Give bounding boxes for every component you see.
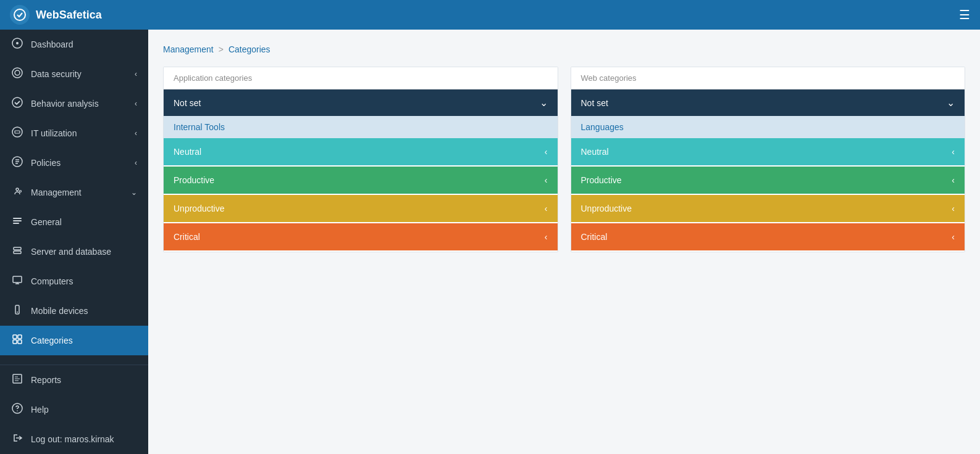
- web-dropdown-arrow-icon: ⌄: [947, 97, 955, 109]
- category-chevron-productive: ‹: [952, 175, 955, 185]
- sidebar-label-behavior-analysis: Behavior analysis: [31, 99, 99, 109]
- server-and-database-icon: [11, 245, 23, 258]
- category-row-productive[interactable]: Productive ‹: [164, 167, 558, 194]
- sidebar-item-mobile-devices[interactable]: Mobile devices: [0, 296, 148, 326]
- breadcrumb-current: Categories: [228, 44, 270, 54]
- sidebar-item-policies[interactable]: Policies ‹: [0, 148, 148, 178]
- svg-point-4: [15, 70, 20, 75]
- svg-point-25: [17, 410, 18, 411]
- reports-icon: [11, 373, 23, 387]
- svg-point-18: [17, 312, 18, 313]
- svg-rect-16: [13, 276, 22, 283]
- sidebar-item-data-security[interactable]: Data security ‹: [0, 59, 148, 89]
- sidebar-arrow-behavior-analysis: ‹: [135, 99, 137, 108]
- sidebar-item-server-and-database[interactable]: Server and database: [0, 237, 148, 266]
- app-categories-header: Application categories: [164, 67, 558, 89]
- svg-rect-11: [13, 218, 22, 219]
- category-row-unproductive[interactable]: Unproductive ‹: [164, 195, 558, 222]
- category-row-neutral[interactable]: Neutral ‹: [571, 138, 965, 165]
- sidebar-label-server-and-database: Server and database: [31, 247, 111, 257]
- svg-rect-22: [18, 340, 22, 344]
- app-dropdown-arrow-icon: ⌄: [540, 97, 548, 109]
- svg-rect-15: [14, 251, 21, 254]
- categories-icon: [11, 334, 23, 347]
- categories-wrapper: Application categories Not set ⌄ Interna…: [163, 67, 965, 252]
- sidebar-item-dashboard[interactable]: Dashboard: [0, 30, 148, 59]
- app-selected-item[interactable]: Internal Tools: [164, 116, 558, 138]
- sidebar-item-reports[interactable]: Reports: [0, 365, 148, 395]
- web-dropdown-label: Not set: [581, 98, 608, 108]
- category-label-productive: Productive: [581, 175, 622, 185]
- sidebar-arrow-policies: ‹: [135, 159, 137, 167]
- category-chevron-critical: ‹: [952, 232, 955, 242]
- category-row-unproductive[interactable]: Unproductive ‹: [571, 195, 965, 222]
- svg-rect-12: [13, 220, 22, 221]
- category-chevron-productive: ‹: [545, 175, 548, 185]
- svg-rect-21: [13, 340, 17, 344]
- help-icon: [11, 403, 23, 416]
- sidebar: Dashboard Data security ‹ Behavior analy…: [0, 30, 148, 454]
- sidebar-label-reports: Reports: [31, 375, 61, 385]
- svg-rect-7: [15, 131, 20, 133]
- category-label-neutral: Neutral: [581, 147, 609, 157]
- main-content: Management > Categories Application cate…: [148, 30, 980, 454]
- sidebar-label-computers: Computers: [31, 276, 73, 286]
- sidebar-label-mobile-devices: Mobile devices: [31, 306, 88, 316]
- category-chevron-neutral: ‹: [952, 147, 955, 157]
- it-utilization-icon: [11, 126, 23, 140]
- svg-rect-14: [14, 247, 21, 250]
- sidebar-item-general[interactable]: General: [0, 207, 148, 237]
- category-row-productive[interactable]: Productive ‹: [571, 167, 965, 194]
- category-label-unproductive: Unproductive: [174, 204, 225, 213]
- category-chevron-critical: ‹: [545, 232, 548, 242]
- svg-point-6: [12, 127, 22, 137]
- management-icon: [11, 186, 23, 199]
- category-chevron-neutral: ‹: [545, 147, 548, 157]
- sidebar-arrow-management: ⌄: [131, 188, 137, 197]
- breadcrumb-separator: >: [219, 44, 224, 54]
- web-selected-item[interactable]: Languages: [571, 116, 965, 138]
- mobile-devices-icon: [11, 304, 23, 318]
- behavior-analysis-icon: [11, 97, 23, 110]
- logout-icon: [11, 432, 23, 446]
- category-label-critical: Critical: [581, 232, 608, 242]
- computers-icon: [11, 274, 23, 288]
- dashboard-icon: [11, 38, 23, 51]
- sidebar-label-management: Management: [31, 188, 82, 197]
- app-name: WebSafetica: [36, 9, 102, 22]
- svg-rect-19: [13, 335, 17, 339]
- sidebar-label-help: Help: [31, 405, 49, 415]
- web-categories-dropdown[interactable]: Not set ⌄: [571, 89, 965, 116]
- breadcrumb-parent[interactable]: Management: [163, 44, 214, 54]
- category-chevron-unproductive: ‹: [952, 204, 955, 213]
- sidebar-item-computers[interactable]: Computers: [0, 266, 148, 296]
- svg-point-10: [20, 191, 22, 192]
- sidebar-arrow-it-utilization: ‹: [135, 129, 137, 138]
- sidebar-item-categories[interactable]: Categories: [0, 326, 148, 355]
- app-logo: WebSafetica: [10, 5, 102, 25]
- category-row-critical[interactable]: Critical ‹: [571, 223, 965, 250]
- sidebar-label-logout: Log out: maros.kirnak: [31, 434, 114, 444]
- svg-rect-20: [18, 335, 22, 339]
- sidebar-item-behavior-analysis[interactable]: Behavior analysis ‹: [0, 89, 148, 118]
- app-categories-dropdown[interactable]: Not set ⌄: [164, 89, 558, 116]
- category-row-neutral[interactable]: Neutral ‹: [164, 138, 558, 165]
- web-categories-panel: Web categories Not set ⌄ Languages Neutr…: [571, 67, 966, 252]
- sidebar-item-management[interactable]: Management ⌄: [0, 178, 148, 207]
- topbar: WebSafetica ☰: [0, 0, 980, 30]
- sidebar-item-it-utilization[interactable]: IT utilization ‹: [0, 118, 148, 148]
- svg-point-0: [14, 9, 25, 20]
- policies-icon: [11, 156, 23, 170]
- sidebar-item-logout[interactable]: Log out: maros.kirnak: [0, 424, 148, 454]
- svg-point-9: [16, 188, 19, 191]
- general-icon: [11, 215, 23, 229]
- category-row-critical[interactable]: Critical ‹: [164, 223, 558, 250]
- category-label-neutral: Neutral: [174, 147, 201, 157]
- breadcrumb: Management > Categories: [163, 44, 965, 54]
- category-chevron-unproductive: ‹: [545, 204, 548, 213]
- sidebar-item-help[interactable]: Help: [0, 395, 148, 424]
- data-security-icon: [11, 67, 23, 81]
- category-label-critical: Critical: [174, 232, 200, 242]
- hamburger-icon[interactable]: ☰: [959, 7, 970, 22]
- logo-icon: [10, 5, 30, 25]
